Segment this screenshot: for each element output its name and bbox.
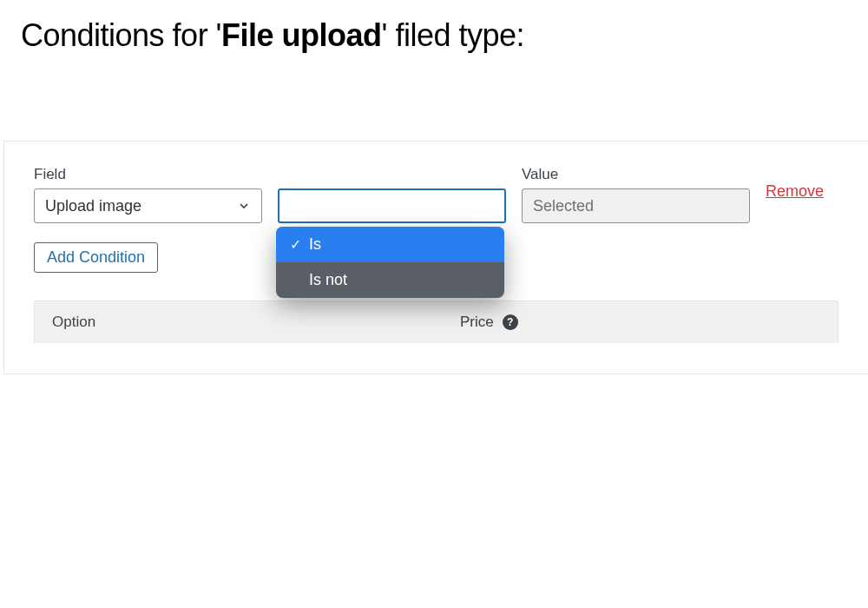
field-select-value: Upload image (45, 197, 141, 215)
options-table-header: Option Price ? (34, 301, 838, 343)
relation-option-label: Is not (309, 271, 347, 289)
field-select[interactable]: Upload image (34, 188, 262, 223)
price-column-header: Price ? (460, 314, 518, 331)
title-prefix: Conditions for ' (21, 17, 221, 53)
value-select-value: Selected (533, 197, 594, 215)
field-column: Field Upload image (34, 166, 262, 223)
relation-option-is-not[interactable]: Is not (276, 262, 504, 298)
option-column-header: Option (52, 314, 460, 331)
value-column: Value Selected (522, 166, 750, 223)
conditions-panel: Field Upload image Relation ✓ Is Is not (3, 141, 868, 374)
chevron-down-icon (237, 199, 251, 213)
value-select[interactable]: Selected (522, 188, 750, 223)
add-condition-button[interactable]: Add Condition (34, 242, 158, 273)
page-title: Conditions for 'File upload' filed type: (0, 0, 868, 63)
relation-dropdown: ✓ Is Is not (276, 227, 504, 298)
title-bold: File upload (221, 17, 382, 53)
check-icon: ✓ (288, 236, 302, 253)
condition-row: Field Upload image Relation ✓ Is Is not (4, 142, 868, 234)
value-label: Value (522, 166, 750, 183)
relation-column: Relation ✓ Is Is not (278, 204, 506, 223)
relation-option-is[interactable]: ✓ Is (276, 227, 504, 262)
price-header-text: Price (460, 314, 494, 331)
relation-option-label: Is (309, 235, 321, 254)
help-icon[interactable]: ? (503, 314, 518, 330)
relation-select[interactable] (278, 188, 506, 223)
remove-condition-link[interactable]: Remove (766, 182, 824, 208)
field-label: Field (34, 166, 262, 183)
title-suffix: ' filed type: (382, 17, 524, 53)
